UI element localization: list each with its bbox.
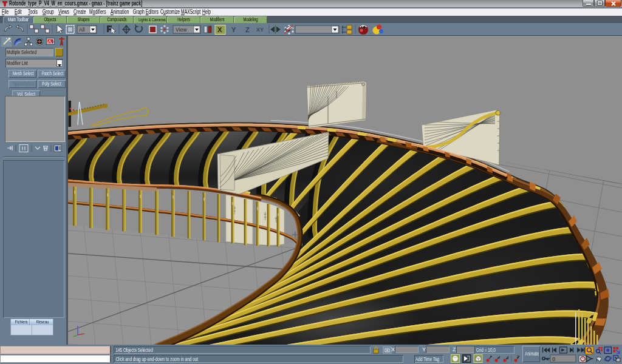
svg-text:All: All (79, 27, 85, 33)
svg-text:XY: XY (256, 27, 264, 33)
svg-text:Y: Y (231, 26, 236, 33)
svg-text:X: X (217, 26, 222, 33)
svg-text:View: View (176, 27, 187, 33)
svg-text:0: 0 (552, 356, 555, 362)
svg-text:Z: Z (245, 26, 250, 33)
